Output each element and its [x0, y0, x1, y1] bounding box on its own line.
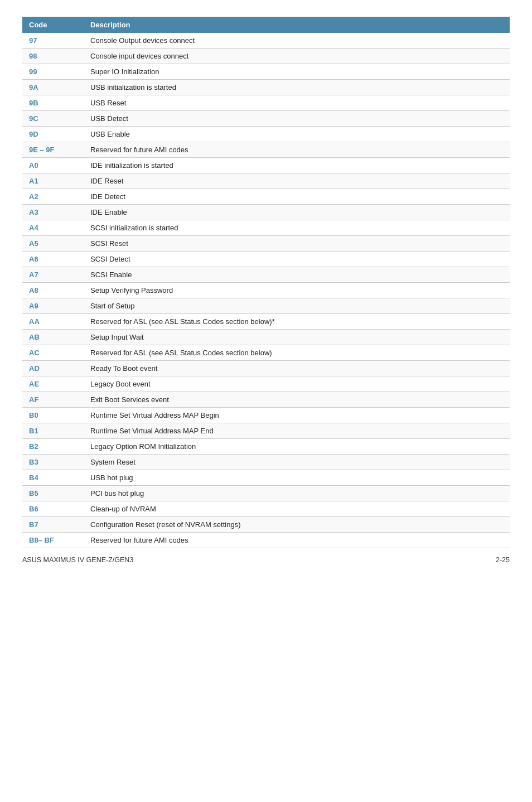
cell-description: Exit Boot Services event [84, 392, 510, 408]
footer-left: ASUS MAXIMUS IV GENE-Z/GEN3 [22, 556, 133, 564]
table-row: A4SCSI initialization is started [22, 220, 510, 236]
table-header-row: Code Description [22, 17, 510, 33]
cell-code: B1 [22, 423, 84, 439]
cell-description: Configuration Reset (reset of NVRAM sett… [84, 517, 510, 533]
cell-description: USB Detect [84, 111, 510, 127]
table-row: B2Legacy Option ROM Initialization [22, 439, 510, 455]
table-row: B1Runtime Set Virtual Address MAP End [22, 423, 510, 439]
cell-code: A1 [22, 173, 84, 189]
cell-code: A5 [22, 236, 84, 252]
table-row: 97Console Output devices connect [22, 33, 510, 49]
table-row: B3System Reset [22, 455, 510, 470]
table-row: B0Runtime Set Virtual Address MAP Begin [22, 408, 510, 423]
cell-description: IDE Enable [84, 205, 510, 220]
table-row: 9DUSB Enable [22, 127, 510, 142]
table-row: 9AUSB initialization is started [22, 80, 510, 95]
cell-code: 9C [22, 111, 84, 127]
cell-description: SCSI initialization is started [84, 220, 510, 236]
cell-code: AF [22, 392, 84, 408]
cell-description: Console input devices connect [84, 49, 510, 64]
cell-code: B3 [22, 455, 84, 470]
cell-code: B8– BF [22, 533, 84, 548]
cell-description: SCSI Detect [84, 252, 510, 267]
cell-code: 9E – 9F [22, 142, 84, 158]
table-container: Code Description 97Console Output device… [22, 17, 510, 548]
codes-table: Code Description 97Console Output device… [22, 17, 510, 548]
table-row: B5PCI bus hot plug [22, 486, 510, 501]
cell-code: B5 [22, 486, 84, 501]
table-row: AAReserved for ASL (see ASL Status Codes… [22, 314, 510, 330]
cell-code: A0 [22, 158, 84, 173]
cell-description: Reserved for ASL (see ASL Status Codes s… [84, 345, 510, 361]
cell-code: A2 [22, 189, 84, 205]
cell-code: A7 [22, 267, 84, 283]
cell-description: Super IO Initialization [84, 64, 510, 80]
cell-code: A6 [22, 252, 84, 267]
cell-description: USB initialization is started [84, 80, 510, 95]
table-row: A3IDE Enable [22, 205, 510, 220]
cell-description: Clean-up of NVRAM [84, 501, 510, 517]
table-row: A2IDE Detect [22, 189, 510, 205]
cell-description: Runtime Set Virtual Address MAP End [84, 423, 510, 439]
cell-description: IDE Detect [84, 189, 510, 205]
cell-code: B2 [22, 439, 84, 455]
cell-code: AB [22, 330, 84, 345]
cell-description: Start of Setup [84, 298, 510, 314]
table-row: A0IDE initialization is started [22, 158, 510, 173]
page-footer: ASUS MAXIMUS IV GENE-Z/GEN3 2-25 [22, 556, 510, 564]
cell-code: A3 [22, 205, 84, 220]
cell-description: USB Enable [84, 127, 510, 142]
table-row: 9CUSB Detect [22, 111, 510, 127]
cell-description: Legacy Boot event [84, 376, 510, 392]
cell-code: 9A [22, 80, 84, 95]
cell-code: B7 [22, 517, 84, 533]
cell-description: System Reset [84, 455, 510, 470]
cell-description: SCSI Enable [84, 267, 510, 283]
cell-code: AE [22, 376, 84, 392]
table-row: 9E – 9FReserved for future AMI codes [22, 142, 510, 158]
cell-description: PCI bus hot plug [84, 486, 510, 501]
cell-code: A4 [22, 220, 84, 236]
cell-code: B4 [22, 470, 84, 486]
table-row: A5SCSI Reset [22, 236, 510, 252]
column-header-description: Description [84, 17, 510, 33]
table-row: A8Setup Verifying Password [22, 283, 510, 298]
table-row: ADReady To Boot event [22, 361, 510, 376]
table-row: A7SCSI Enable [22, 267, 510, 283]
cell-description: IDE initialization is started [84, 158, 510, 173]
cell-code: B6 [22, 501, 84, 517]
cell-description: SCSI Reset [84, 236, 510, 252]
table-row: B6Clean-up of NVRAM [22, 501, 510, 517]
cell-description: USB hot plug [84, 470, 510, 486]
cell-code: A9 [22, 298, 84, 314]
table-row: A6SCSI Detect [22, 252, 510, 267]
cell-description: Reserved for future AMI codes [84, 142, 510, 158]
table-row: 98Console input devices connect [22, 49, 510, 64]
cell-description: Console Output devices connect [84, 33, 510, 49]
table-row: A9Start of Setup [22, 298, 510, 314]
table-row: AFExit Boot Services event [22, 392, 510, 408]
cell-description: USB Reset [84, 95, 510, 111]
table-row: B7Configuration Reset (reset of NVRAM se… [22, 517, 510, 533]
cell-description: Reserved for future AMI codes [84, 533, 510, 548]
cell-description: Reserved for ASL (see ASL Status Codes s… [84, 314, 510, 330]
cell-description: Runtime Set Virtual Address MAP Begin [84, 408, 510, 423]
table-row: 99Super IO Initialization [22, 64, 510, 80]
table-row: AELegacy Boot event [22, 376, 510, 392]
cell-description: IDE Reset [84, 173, 510, 189]
table-row: A1IDE Reset [22, 173, 510, 189]
cell-description: Legacy Option ROM Initialization [84, 439, 510, 455]
table-row: B4USB hot plug [22, 470, 510, 486]
column-header-code: Code [22, 17, 84, 33]
cell-code: AC [22, 345, 84, 361]
cell-code: B0 [22, 408, 84, 423]
cell-code: 9D [22, 127, 84, 142]
cell-code: 9B [22, 95, 84, 111]
cell-code: 98 [22, 49, 84, 64]
cell-code: 99 [22, 64, 84, 80]
table-row: ABSetup Input Wait [22, 330, 510, 345]
cell-code: AD [22, 361, 84, 376]
footer-right: 2-25 [496, 556, 510, 564]
table-row: ACReserved for ASL (see ASL Status Codes… [22, 345, 510, 361]
cell-description: Setup Input Wait [84, 330, 510, 345]
